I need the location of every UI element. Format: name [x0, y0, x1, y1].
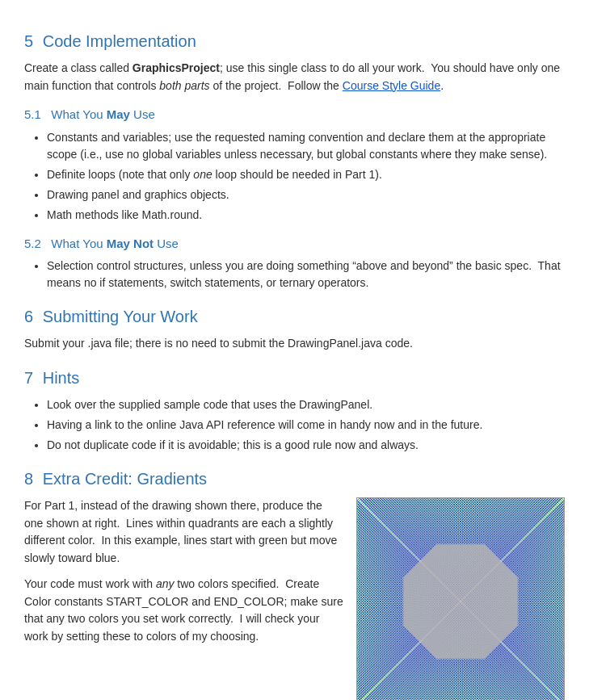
section52-list: Selection control structures, unless you…: [47, 258, 565, 291]
section8-heading: 8 Extra Credit: Gradients: [24, 467, 565, 491]
section6-body: Submit your .java file; there is no need…: [24, 335, 565, 353]
section51-heading: 5.1 What You May Use: [24, 106, 565, 124]
section8-para1: For Part 1, instead of the drawing shown…: [24, 497, 343, 568]
section5-intro: Create a class called GraphicsProject; u…: [24, 60, 565, 94]
section7-list: Look over the supplied sample code that …: [47, 396, 565, 454]
list-item: Definite loops (note that only one loop …: [47, 166, 565, 183]
section51-list: Constants and variables; use the request…: [47, 129, 565, 224]
section8-text: For Part 1, instead of the drawing shown…: [24, 497, 343, 652]
section6-heading: 6 Submitting Your Work: [24, 304, 565, 329]
list-item: Selection control structures, unless you…: [47, 258, 565, 291]
both-parts-text: both parts: [159, 79, 209, 92]
section52-heading: 5.2 What You May Not Use: [24, 235, 565, 254]
course-style-guide-link[interactable]: Course Style Guide: [343, 79, 440, 92]
list-item: Do not duplicate code if it is avoidable…: [47, 437, 565, 454]
list-item: Having a link to the online Java API ref…: [47, 417, 565, 434]
list-item: Constants and variables; use the request…: [47, 129, 565, 163]
gradient-image: [356, 497, 565, 700]
list-item: Math methods like Math.round.: [47, 207, 565, 224]
list-item: Drawing panel and graphics objects.: [47, 187, 565, 203]
class-name: GraphicsProject: [133, 61, 220, 74]
section8-content: For Part 1, instead of the drawing shown…: [24, 497, 565, 700]
section5-heading: 5 Code Implementation: [24, 29, 565, 53]
section7-heading: 7 Hints: [24, 366, 565, 390]
list-item: Look over the supplied sample code that …: [47, 396, 565, 413]
section8-para2: Your code must work with any two colors …: [24, 576, 343, 646]
